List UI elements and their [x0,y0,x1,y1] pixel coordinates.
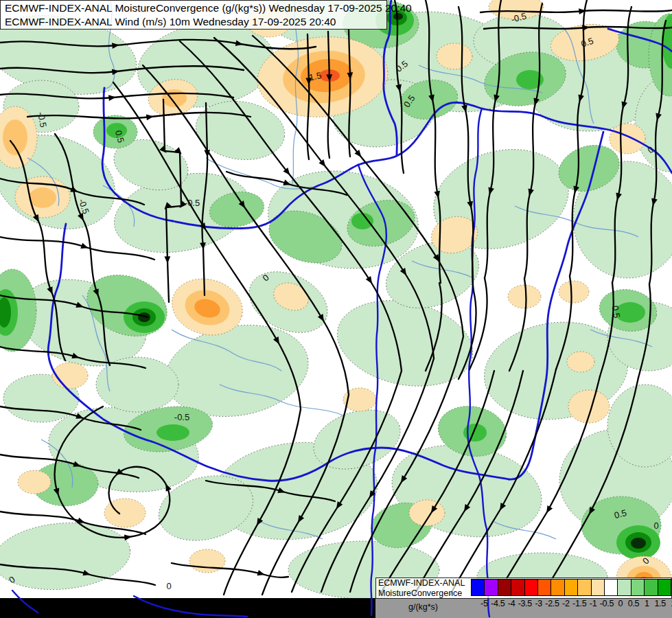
legend-color-cell [551,580,564,595]
legend-tick-label: -1.5 [572,599,586,608]
legend-color-cell [577,580,590,595]
contour-label: -0.5 [185,198,200,208]
legend-tick-label: -3 [532,599,545,608]
contour-label: 0 [166,581,171,591]
contour-label: 0 [653,520,658,531]
legend-product-label: ECMWF-INDEX-ANAL [378,578,465,588]
weather-map-screen: -0.5-1.50.50.5-0.50.50000-0.50.50.50-0.5… [0,0,672,618]
legend-color-cell [537,580,551,595]
legend-color-cell [484,580,497,595]
legend-field-label: MoistureConvergence [378,588,465,599]
bottom-strip-black [0,598,375,618]
legend-tick-label: 0 [614,599,627,608]
legend-tick-label: 1 [640,599,653,608]
legend-tick-label: -4 [505,599,518,608]
weather-map: -0.5-1.50.50.5-0.50.50000-0.50.50.50-0.5… [0,0,672,618]
legend-colorbar [471,579,671,596]
legend-tick-label: -2.5 [545,599,559,608]
contour-label: -0.5 [174,412,189,422]
legend-tick-label: -4.5 [491,599,505,608]
map-title-box: ECMWF-INDEX-ANAL MoistureConvergence (g/… [0,0,387,30]
legend-color-cell [524,580,537,595]
legend-text-block: ECMWF-INDEX-ANAL MoistureConvergence [378,578,465,598]
legend-color-cell [644,580,657,595]
legend-unit: g/(kg*s) [375,602,471,612]
legend-color-cell [631,580,644,595]
legend-ticks: -5-4.5-4-3.5-3-2.5-2-1.5-1-0.500.511.52 [478,599,672,608]
legend-color-cell [604,580,617,595]
legend-color-cell [472,580,484,595]
legend: ECMWF-INDEX-ANAL MoistureConvergence g/(… [375,577,672,618]
title-line-2: ECMWF-INDEX-ANAL Wind (m/s) 10m Wednesda… [5,15,382,29]
legend-tick-label: 1.5 [653,599,667,608]
legend-tick-label: 0.5 [627,599,640,608]
title-line-1: ECMWF-INDEX-ANAL MoistureConvergence (g/… [5,1,382,15]
legend-color-cell [564,580,577,595]
legend-color-cell [658,580,671,595]
legend-tick-label: 2 [667,599,672,608]
legend-tick-label: -5 [478,599,491,608]
legend-color-cell [591,580,604,595]
legend-tick-label: -2 [559,599,572,608]
legend-tick-label: -0.5 [600,599,614,608]
legend-tick-label: -1 [586,599,599,608]
legend-color-cell [617,580,630,595]
legend-tick-label: -3.5 [518,599,532,608]
legend-color-cell [498,580,511,595]
legend-color-cell [511,580,524,595]
contour-label: 0.5 [610,305,622,319]
